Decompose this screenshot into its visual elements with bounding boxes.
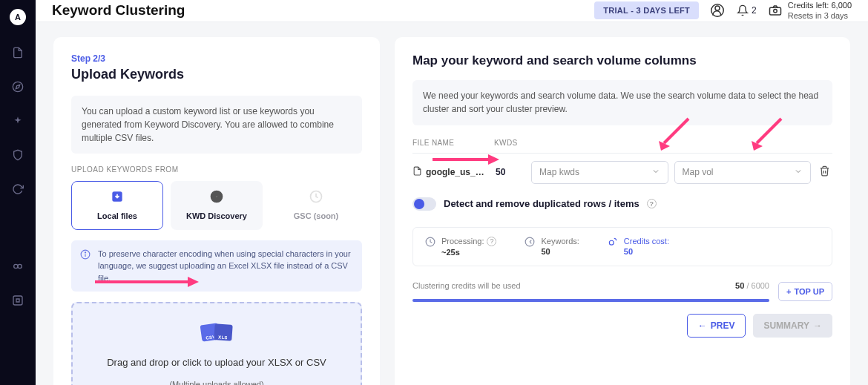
- col-filename: FILE NAME: [412, 139, 494, 147]
- nav-shield-icon[interactable]: [11, 148, 24, 162]
- mapping-info: We need your keywords and search volume …: [412, 80, 832, 125]
- xls-file-icon: [214, 323, 232, 341]
- credits-used-value: 50: [735, 281, 744, 290]
- bell-icon: [736, 4, 749, 17]
- sidebar: A: [0, 0, 36, 385]
- upload-dropzone[interactable]: Drag and drop or click to upload your XL…: [71, 302, 362, 385]
- tab-discovery-label: KWD Discovery: [186, 211, 247, 220]
- delete-file-button[interactable]: [817, 163, 832, 181]
- svg-point-2: [14, 264, 18, 268]
- chevron-down-icon: [651, 167, 660, 178]
- svg-rect-7: [769, 8, 780, 16]
- file-type-icons: [201, 324, 232, 340]
- stats-row: Processing: ? ~25s Keywords: 50: [412, 227, 832, 266]
- help-icon[interactable]: ?: [647, 199, 657, 208]
- dropzone-text: Drag and drop or click to upload your XL…: [86, 357, 347, 368]
- page-title: Keyword Clustering: [52, 2, 185, 19]
- file-kwds-count: 50: [496, 167, 525, 177]
- credits-bar-sep: /: [744, 281, 751, 290]
- credits-left-label: Credits left: 6,000: [788, 0, 852, 10]
- map-vol-placeholder: Map vol: [683, 167, 714, 177]
- credits-reset-label: Resets in 3 days: [788, 10, 852, 21]
- svg-point-26: [609, 240, 614, 245]
- dropzone-subtext: (Multiple uploads allowed): [86, 380, 347, 385]
- map-kwds-select[interactable]: Map kwds: [531, 161, 668, 184]
- credits-total-value: 6000: [752, 281, 769, 290]
- encoding-note: To preserve character encoding when usin…: [71, 240, 362, 292]
- encoding-note-text: To preserve character encoding when usin…: [98, 248, 353, 285]
- tab-gsc-label: GSC (soon): [294, 211, 339, 220]
- dedupe-toggle[interactable]: [412, 197, 436, 211]
- tab-local-label: Local files: [97, 211, 137, 220]
- nav-document-icon[interactable]: [11, 46, 24, 59]
- map-vol-select[interactable]: Map vol: [674, 161, 812, 184]
- app-logo[interactable]: A: [10, 9, 26, 25]
- info-icon: [80, 249, 91, 285]
- upload-card: Step 2/3 Upload Keywords You can upload …: [53, 37, 380, 385]
- help-icon[interactable]: ?: [487, 237, 496, 246]
- trial-badge[interactable]: TRIAL - 3 DAYS LEFT: [594, 1, 699, 19]
- camera-icon: [769, 4, 782, 17]
- nav-compass-icon[interactable]: [11, 80, 24, 93]
- keywords-value: 50: [541, 247, 579, 256]
- arrow-left-icon: ←: [698, 320, 707, 331]
- topup-button[interactable]: +TOP UP: [778, 282, 832, 301]
- credits-bar-label: Clustering credits will be used: [412, 281, 521, 290]
- step-label: Step 2/3: [71, 53, 362, 64]
- user-icon[interactable]: [711, 4, 724, 17]
- download-icon: [110, 189, 125, 204]
- processing-label: Processing:: [441, 237, 484, 246]
- arrow-right-icon: →: [813, 320, 822, 331]
- notif-count: 2: [752, 5, 757, 16]
- nav-link-icon[interactable]: [11, 260, 24, 273]
- svg-marker-1: [16, 85, 19, 88]
- document-icon: [412, 166, 422, 178]
- credits-cost-value: 50: [624, 247, 669, 256]
- map-kwds-placeholder: Map kwds: [539, 167, 579, 177]
- col-kwds: KWDS: [494, 139, 528, 147]
- svg-point-0: [13, 82, 22, 91]
- processing-value: ~25s: [441, 248, 496, 257]
- topbar: Keyword Clustering TRIAL - 3 DAYS LEFT 2…: [36, 0, 868, 22]
- gsc-icon: [309, 189, 323, 204]
- file-table-header: FILE NAME KWDS: [412, 139, 832, 154]
- credits-icon: [608, 237, 618, 257]
- svg-point-3: [18, 264, 22, 268]
- tab-local-files[interactable]: Local files: [71, 181, 163, 230]
- file-name: google_us_orga...: [426, 167, 490, 177]
- mapping-card: Map your keyword and search volume colum…: [395, 37, 850, 385]
- keywords-label: Keywords:: [541, 237, 579, 246]
- nav-dashboard-icon[interactable]: [11, 294, 24, 307]
- keywords-icon: [525, 237, 535, 257]
- nav-refresh-icon[interactable]: [11, 182, 24, 196]
- tab-kwd-discovery[interactable]: KWD Discovery: [171, 181, 263, 230]
- svg-rect-4: [13, 296, 22, 305]
- plus-icon: +: [786, 287, 791, 296]
- compass-icon: [209, 189, 224, 204]
- credits-info[interactable]: Credits left: 6,000 Resets in 3 days: [769, 0, 852, 22]
- summary-button: SUMMARY→: [753, 314, 832, 338]
- credits-progress-bar: [412, 299, 769, 302]
- prev-button[interactable]: ←PREV: [687, 314, 746, 338]
- svg-point-5: [715, 6, 720, 10]
- chevron-down-icon: [794, 167, 803, 178]
- nav-sparkle-icon[interactable]: [11, 114, 24, 128]
- mapping-title: Map your keyword and search volume colum…: [412, 53, 832, 68]
- notifications[interactable]: 2: [736, 4, 757, 17]
- upload-title: Upload Keywords: [71, 67, 362, 82]
- svg-point-23: [85, 251, 85, 252]
- file-row: google_us_orga... 50 Map kwds Map vol: [412, 161, 832, 184]
- credits-cost-label: Credits cost:: [624, 237, 669, 246]
- upload-from-label: UPLOAD KEYWORDS FROM: [71, 165, 362, 174]
- clock-icon: [425, 237, 435, 257]
- dedupe-toggle-label: Detect and remove duplicated rows / item…: [444, 198, 640, 209]
- upload-intro: You can upload a custom keyword list or …: [71, 96, 362, 154]
- tab-gsc: GSC (soon): [270, 181, 362, 230]
- svg-point-8: [774, 10, 777, 13]
